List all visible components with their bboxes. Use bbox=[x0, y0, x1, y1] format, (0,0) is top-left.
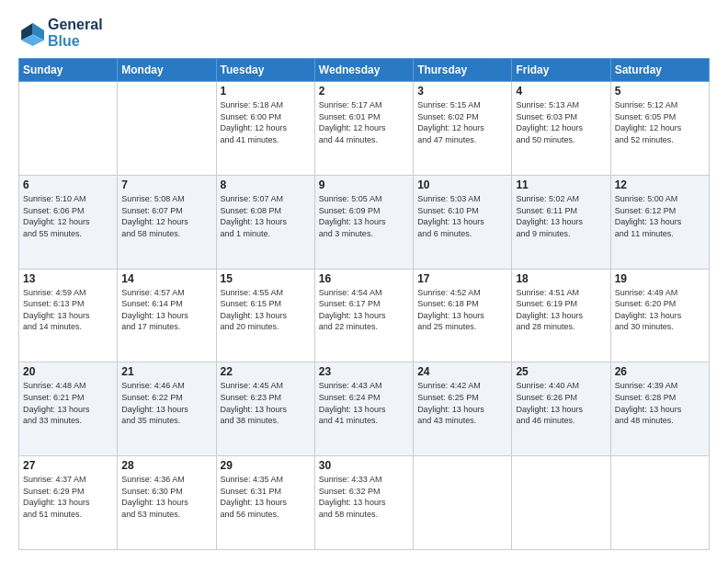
day-number: 13 bbox=[23, 272, 113, 285]
calendar-cell bbox=[19, 82, 118, 176]
calendar-table: SundayMondayTuesdayWednesdayThursdayFrid… bbox=[18, 58, 710, 550]
calendar-cell bbox=[610, 456, 709, 550]
day-number: 2 bbox=[319, 85, 409, 98]
calendar-cell: 13Sunrise: 4:59 AM Sunset: 6:13 PM Dayli… bbox=[19, 269, 118, 362]
day-info: Sunrise: 4:35 AM Sunset: 6:31 PM Dayligh… bbox=[221, 474, 311, 520]
calendar-cell: 10Sunrise: 5:03 AM Sunset: 6:10 PM Dayli… bbox=[414, 175, 512, 269]
day-number: 20 bbox=[23, 365, 113, 378]
day-info: Sunrise: 4:52 AM Sunset: 6:18 PM Dayligh… bbox=[417, 287, 507, 333]
calendar-cell: 5Sunrise: 5:12 AM Sunset: 6:05 PM Daylig… bbox=[610, 82, 709, 176]
day-info: Sunrise: 4:37 AM Sunset: 6:29 PM Dayligh… bbox=[23, 474, 113, 520]
week-row-1: 1Sunrise: 5:18 AM Sunset: 6:00 PM Daylig… bbox=[19, 82, 710, 176]
day-number: 4 bbox=[516, 85, 606, 98]
day-info: Sunrise: 4:51 AM Sunset: 6:19 PM Dayligh… bbox=[516, 287, 606, 333]
calendar-cell: 19Sunrise: 4:49 AM Sunset: 6:20 PM Dayli… bbox=[610, 269, 709, 362]
day-info: Sunrise: 5:07 AM Sunset: 6:08 PM Dayligh… bbox=[221, 193, 311, 239]
calendar-cell: 16Sunrise: 4:54 AM Sunset: 6:17 PM Dayli… bbox=[314, 269, 413, 362]
day-info: Sunrise: 4:33 AM Sunset: 6:32 PM Dayligh… bbox=[319, 474, 409, 520]
day-number: 7 bbox=[121, 178, 211, 191]
week-row-4: 20Sunrise: 4:48 AM Sunset: 6:21 PM Dayli… bbox=[19, 362, 710, 456]
weekday-header-tuesday: Tuesday bbox=[216, 59, 314, 82]
day-number: 5 bbox=[615, 85, 705, 98]
calendar-cell: 6Sunrise: 5:10 AM Sunset: 6:06 PM Daylig… bbox=[19, 175, 118, 269]
day-number: 6 bbox=[23, 178, 113, 191]
day-info: Sunrise: 5:03 AM Sunset: 6:10 PM Dayligh… bbox=[417, 193, 507, 239]
day-info: Sunrise: 5:13 AM Sunset: 6:03 PM Dayligh… bbox=[516, 99, 606, 145]
page: General Blue SundayMondayTuesdayWednesda… bbox=[0, 0, 728, 563]
calendar-cell: 1Sunrise: 5:18 AM Sunset: 6:00 PM Daylig… bbox=[216, 82, 314, 176]
header: General Blue bbox=[18, 17, 710, 49]
day-info: Sunrise: 4:42 AM Sunset: 6:25 PM Dayligh… bbox=[417, 380, 507, 426]
weekday-header-saturday: Saturday bbox=[610, 59, 709, 82]
calendar-cell: 8Sunrise: 5:07 AM Sunset: 6:08 PM Daylig… bbox=[216, 175, 314, 269]
day-number: 18 bbox=[516, 272, 606, 285]
calendar-cell: 20Sunrise: 4:48 AM Sunset: 6:21 PM Dayli… bbox=[19, 362, 118, 456]
calendar-cell: 7Sunrise: 5:08 AM Sunset: 6:07 PM Daylig… bbox=[118, 175, 216, 269]
calendar-cell: 29Sunrise: 4:35 AM Sunset: 6:31 PM Dayli… bbox=[216, 456, 314, 550]
day-info: Sunrise: 4:48 AM Sunset: 6:21 PM Dayligh… bbox=[23, 380, 113, 426]
day-info: Sunrise: 4:45 AM Sunset: 6:23 PM Dayligh… bbox=[221, 380, 311, 426]
day-number: 3 bbox=[417, 85, 507, 98]
week-row-5: 27Sunrise: 4:37 AM Sunset: 6:29 PM Dayli… bbox=[19, 456, 710, 550]
day-info: Sunrise: 4:54 AM Sunset: 6:17 PM Dayligh… bbox=[319, 287, 409, 333]
day-info: Sunrise: 5:08 AM Sunset: 6:07 PM Dayligh… bbox=[121, 193, 211, 239]
day-info: Sunrise: 5:17 AM Sunset: 6:01 PM Dayligh… bbox=[319, 99, 409, 145]
day-info: Sunrise: 5:00 AM Sunset: 6:12 PM Dayligh… bbox=[615, 193, 705, 239]
day-info: Sunrise: 5:18 AM Sunset: 6:00 PM Dayligh… bbox=[221, 99, 311, 145]
calendar-cell: 11Sunrise: 5:02 AM Sunset: 6:11 PM Dayli… bbox=[512, 175, 610, 269]
calendar-cell: 28Sunrise: 4:36 AM Sunset: 6:30 PM Dayli… bbox=[118, 456, 216, 550]
calendar-cell: 2Sunrise: 5:17 AM Sunset: 6:01 PM Daylig… bbox=[314, 82, 413, 176]
day-info: Sunrise: 5:12 AM Sunset: 6:05 PM Dayligh… bbox=[615, 99, 705, 145]
day-info: Sunrise: 4:46 AM Sunset: 6:22 PM Dayligh… bbox=[121, 380, 211, 426]
day-number: 21 bbox=[121, 365, 211, 378]
day-number: 27 bbox=[23, 459, 113, 472]
calendar-cell: 18Sunrise: 4:51 AM Sunset: 6:19 PM Dayli… bbox=[512, 269, 610, 362]
day-info: Sunrise: 5:15 AM Sunset: 6:02 PM Dayligh… bbox=[417, 99, 507, 145]
calendar-cell: 9Sunrise: 5:05 AM Sunset: 6:09 PM Daylig… bbox=[314, 175, 413, 269]
day-number: 16 bbox=[319, 272, 409, 285]
calendar-cell: 27Sunrise: 4:37 AM Sunset: 6:29 PM Dayli… bbox=[19, 456, 118, 550]
weekday-header-thursday: Thursday bbox=[414, 59, 512, 82]
calendar-cell: 23Sunrise: 4:43 AM Sunset: 6:24 PM Dayli… bbox=[314, 362, 413, 456]
calendar-cell bbox=[118, 82, 216, 176]
day-info: Sunrise: 4:57 AM Sunset: 6:14 PM Dayligh… bbox=[121, 287, 211, 333]
day-info: Sunrise: 5:10 AM Sunset: 6:06 PM Dayligh… bbox=[23, 193, 113, 239]
logo-icon bbox=[18, 20, 44, 46]
day-number: 15 bbox=[221, 272, 311, 285]
day-info: Sunrise: 4:59 AM Sunset: 6:13 PM Dayligh… bbox=[23, 287, 113, 333]
day-info: Sunrise: 4:39 AM Sunset: 6:28 PM Dayligh… bbox=[615, 380, 705, 426]
day-info: Sunrise: 4:40 AM Sunset: 6:26 PM Dayligh… bbox=[516, 380, 606, 426]
day-number: 9 bbox=[319, 178, 409, 191]
logo: General Blue bbox=[18, 17, 103, 49]
day-number: 28 bbox=[121, 459, 211, 472]
day-number: 22 bbox=[221, 365, 311, 378]
weekday-header-monday: Monday bbox=[118, 59, 216, 82]
weekday-header-row: SundayMondayTuesdayWednesdayThursdayFrid… bbox=[19, 59, 710, 82]
calendar-cell bbox=[414, 456, 512, 550]
day-number: 29 bbox=[221, 459, 311, 472]
calendar-cell: 26Sunrise: 4:39 AM Sunset: 6:28 PM Dayli… bbox=[610, 362, 709, 456]
day-number: 30 bbox=[319, 459, 409, 472]
calendar-cell: 12Sunrise: 5:00 AM Sunset: 6:12 PM Dayli… bbox=[610, 175, 709, 269]
week-row-2: 6Sunrise: 5:10 AM Sunset: 6:06 PM Daylig… bbox=[19, 175, 710, 269]
calendar-cell: 30Sunrise: 4:33 AM Sunset: 6:32 PM Dayli… bbox=[314, 456, 413, 550]
day-number: 11 bbox=[516, 178, 606, 191]
day-number: 17 bbox=[417, 272, 507, 285]
day-info: Sunrise: 5:05 AM Sunset: 6:09 PM Dayligh… bbox=[319, 193, 409, 239]
weekday-header-sunday: Sunday bbox=[19, 59, 118, 82]
day-number: 24 bbox=[417, 365, 507, 378]
calendar-cell: 4Sunrise: 5:13 AM Sunset: 6:03 PM Daylig… bbox=[512, 82, 610, 176]
calendar-cell: 17Sunrise: 4:52 AM Sunset: 6:18 PM Dayli… bbox=[414, 269, 512, 362]
calendar-cell: 24Sunrise: 4:42 AM Sunset: 6:25 PM Dayli… bbox=[414, 362, 512, 456]
day-info: Sunrise: 4:43 AM Sunset: 6:24 PM Dayligh… bbox=[319, 380, 409, 426]
day-info: Sunrise: 5:02 AM Sunset: 6:11 PM Dayligh… bbox=[516, 193, 606, 239]
calendar-cell: 22Sunrise: 4:45 AM Sunset: 6:23 PM Dayli… bbox=[216, 362, 314, 456]
day-number: 19 bbox=[615, 272, 705, 285]
day-info: Sunrise: 4:36 AM Sunset: 6:30 PM Dayligh… bbox=[121, 474, 211, 520]
day-number: 23 bbox=[319, 365, 409, 378]
day-number: 1 bbox=[221, 85, 311, 98]
day-number: 26 bbox=[615, 365, 705, 378]
weekday-header-wednesday: Wednesday bbox=[314, 59, 413, 82]
calendar-cell: 21Sunrise: 4:46 AM Sunset: 6:22 PM Dayli… bbox=[118, 362, 216, 456]
calendar-cell: 14Sunrise: 4:57 AM Sunset: 6:14 PM Dayli… bbox=[118, 269, 216, 362]
